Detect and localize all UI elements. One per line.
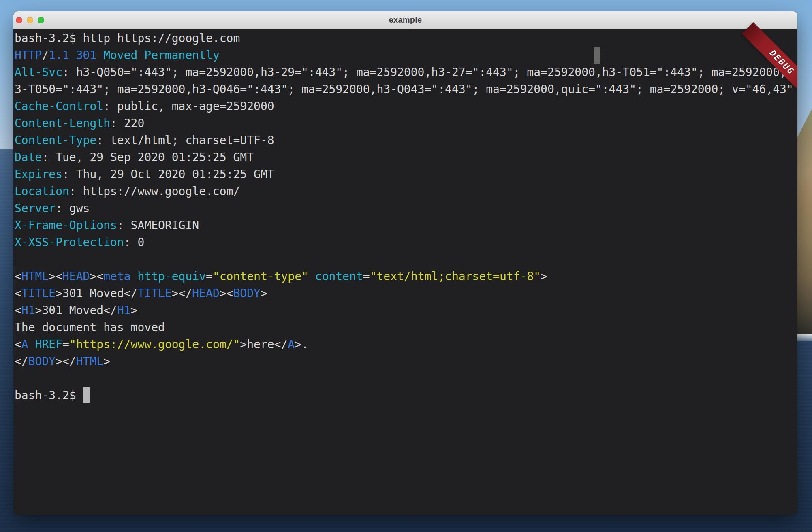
text-segment: < [15, 304, 21, 317]
terminal-body[interactable]: DEBUG bash-3.2$ http https://google.comH… [13, 29, 797, 515]
terminal-line: The document has moved [15, 319, 797, 336]
text-segment: : h3-Q050=":443"; ma=2592000,h3-29=":443… [62, 66, 793, 79]
text-segment: HEAD [62, 270, 90, 283]
terminal-lines: bash-3.2$ http https://google.comHTTP/1.… [15, 30, 797, 404]
zoom-button[interactable] [38, 17, 44, 23]
terminal-line: 3-T050=":443"; ma=2592000,h3-Q046=":443"… [15, 81, 797, 98]
text-segment: Moved Permanently [103, 49, 220, 62]
terminal-line: X-Frame-Options: SAMEORIGIN [15, 217, 797, 234]
text-segment: 3-T050=":443"; ma=2592000,h3-Q046=":443"… [15, 83, 793, 96]
text-segment: "https://www.google.com/" [69, 338, 240, 351]
text-segment: ></ [56, 355, 76, 368]
text-segment: : SAMEORIGIN [117, 219, 199, 232]
text-segment: > [261, 287, 267, 300]
window-title: example [389, 15, 422, 25]
text-segment: A [21, 338, 28, 351]
text-segment: Content-Type [15, 134, 96, 147]
terminal-line: <HTML><HEAD><meta http-equiv="content-ty… [15, 268, 797, 285]
text-segment: X-Frame-Options [15, 219, 117, 232]
text-segment: : 0 [124, 236, 145, 249]
terminal-line: Cache-Control: public, max-age=2592000 [15, 98, 797, 115]
text-segment: BODY [28, 355, 56, 368]
text-segment: "text/html;charset=utf-8" [370, 270, 541, 283]
text-segment: meta [103, 270, 130, 283]
text-segment: A [288, 338, 295, 351]
text-segment: ></ [172, 287, 192, 300]
terminal-cursor [83, 387, 90, 403]
text-segment: http-equiv [137, 270, 206, 283]
terminal-line [15, 251, 797, 268]
text-segment [131, 270, 138, 283]
terminal-line: bash-3.2$ [15, 387, 797, 404]
terminal-line [15, 370, 797, 387]
traffic-lights [16, 11, 44, 29]
text-segment: > [541, 270, 547, 283]
terminal-line: X-XSS-Protection: 0 [15, 234, 797, 251]
terminal-line: Date: Tue, 29 Sep 2020 01:25:25 GMT [15, 149, 797, 166]
text-segment: "content-type" [213, 270, 308, 283]
wallpaper-island [796, 109, 812, 336]
window-titlebar[interactable]: example [13, 11, 797, 29]
text-segment: / [42, 49, 49, 62]
text-segment: > [131, 304, 138, 317]
text-segment: >< [220, 287, 233, 300]
text-segment [308, 270, 315, 283]
terminal-line: Content-Length: 220 [15, 115, 797, 132]
text-segment [28, 338, 35, 351]
text-segment: TITLE [21, 287, 56, 300]
wallpaper-surf [796, 334, 812, 341]
text-segment: >301 Moved</ [35, 304, 117, 317]
terminal-line: Alt-Svc: h3-Q050=":443"; ma=2592000,h3-2… [15, 64, 797, 81]
text-segment: : 220 [110, 117, 144, 130]
text-segment: BODY [233, 287, 260, 300]
text-segment: < [15, 287, 21, 300]
terminal-line: <H1>301 Moved</H1> [15, 302, 797, 319]
terminal-line: <TITLE>301 Moved</TITLE></HEAD><BODY> [15, 285, 797, 302]
terminal-line: HTTP/1.1 301 Moved Permanently [15, 47, 797, 64]
text-segment: H1 [117, 304, 131, 317]
text-segment: : text/html; charset=UTF-8 [96, 134, 274, 147]
text-segment: Alt-Svc [15, 66, 62, 79]
text-segment: HTML [76, 355, 103, 368]
text-segment: >here</ [240, 338, 288, 351]
text-segment: >301 Moved</ [56, 287, 137, 300]
text-segment: >. [295, 338, 308, 351]
text-segment: < [15, 338, 21, 351]
text-segment: bash-3.2$ http https://google.com [15, 32, 240, 45]
terminal-line: Expires: Thu, 29 Oct 2020 01:25:25 GMT [15, 166, 797, 183]
text-segment: TITLE [137, 287, 171, 300]
minimize-button[interactable] [27, 17, 33, 23]
text-segment: : https://www.google.com/ [69, 185, 240, 198]
text-segment: >< [90, 270, 103, 283]
text-segment: bash-3.2$ [15, 389, 83, 402]
scroll-position-marker[interactable] [594, 47, 600, 64]
text-segment: : Thu, 29 Oct 2020 01:25:25 GMT [62, 168, 274, 181]
terminal-line: bash-3.2$ http https://google.com [15, 30, 797, 47]
terminal-line: Content-Type: text/html; charset=UTF-8 [15, 132, 797, 149]
text-segment: The document has moved [15, 321, 165, 334]
text-segment: HREF [35, 338, 62, 351]
text-segment: X-XSS-Protection [15, 236, 124, 249]
text-segment: = [206, 270, 213, 283]
text-segment: = [62, 338, 69, 351]
text-segment: </ [15, 355, 28, 368]
text-segment: HTTP [15, 49, 42, 62]
text-segment: HTML [21, 270, 49, 283]
text-segment: Date [15, 151, 42, 164]
text-segment: content [315, 270, 363, 283]
text-segment: = [363, 270, 370, 283]
text-segment: >< [49, 270, 62, 283]
text-segment: Server [15, 202, 56, 215]
text-segment: : public, max-age=2592000 [103, 100, 274, 113]
text-segment: : gws [56, 202, 90, 215]
text-segment: Content-Length [15, 117, 110, 130]
terminal-line: <A HREF="https://www.google.com/">here</… [15, 336, 797, 353]
text-segment: Expires [15, 168, 62, 181]
text-segment: H1 [21, 304, 35, 317]
text-segment: : Tue, 29 Sep 2020 01:25:25 GMT [42, 151, 254, 164]
text-segment: 1.1 301 [49, 49, 103, 62]
text-segment: Cache-Control [15, 100, 103, 113]
terminal-line: Location: https://www.google.com/ [15, 183, 797, 200]
text-segment: < [15, 270, 21, 283]
close-button[interactable] [16, 17, 22, 23]
